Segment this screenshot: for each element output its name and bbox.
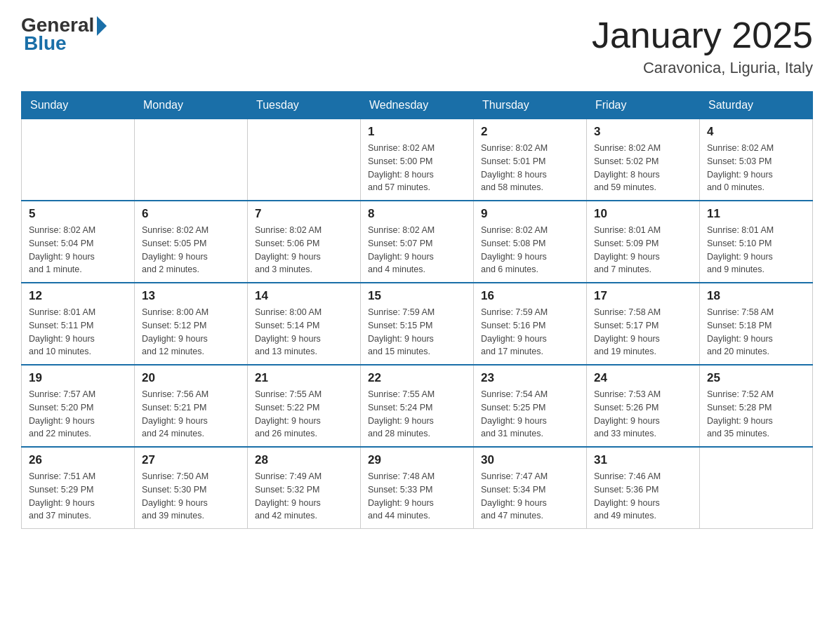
calendar-cell: 3Sunrise: 8:02 AMSunset: 5:02 PMDaylight… — [587, 119, 700, 201]
day-info: Sunrise: 7:59 AMSunset: 5:15 PMDaylight:… — [368, 306, 466, 358]
day-number: 17 — [594, 289, 692, 303]
day-info: Sunrise: 8:01 AMSunset: 5:09 PMDaylight:… — [594, 224, 692, 276]
day-info: Sunrise: 7:49 AMSunset: 5:32 PMDaylight:… — [255, 470, 353, 523]
calendar-week-row: 1Sunrise: 8:02 AMSunset: 5:00 PMDaylight… — [22, 119, 813, 201]
day-info: Sunrise: 8:02 AMSunset: 5:03 PMDaylight:… — [707, 142, 805, 194]
title-block: January 2025 Caravonica, Liguria, Italy — [592, 14, 813, 77]
calendar-cell: 29Sunrise: 7:48 AMSunset: 5:33 PMDayligh… — [361, 447, 474, 529]
day-number: 8 — [368, 207, 466, 221]
day-info: Sunrise: 8:02 AMSunset: 5:04 PMDaylight:… — [29, 224, 127, 276]
logo-arrow-icon — [97, 16, 107, 36]
calendar-cell: 1Sunrise: 8:02 AMSunset: 5:00 PMDaylight… — [361, 119, 474, 201]
calendar-cell: 9Sunrise: 8:02 AMSunset: 5:08 PMDaylight… — [474, 201, 587, 283]
day-number: 27 — [142, 453, 240, 467]
calendar-cell: 11Sunrise: 8:01 AMSunset: 5:10 PMDayligh… — [700, 201, 813, 283]
day-number: 18 — [707, 289, 805, 303]
day-info: Sunrise: 8:00 AMSunset: 5:12 PMDaylight:… — [142, 306, 240, 358]
calendar-cell: 23Sunrise: 7:54 AMSunset: 5:25 PMDayligh… — [474, 365, 587, 447]
day-info: Sunrise: 8:02 AMSunset: 5:05 PMDaylight:… — [142, 224, 240, 276]
day-number: 31 — [594, 453, 692, 467]
calendar-cell: 4Sunrise: 8:02 AMSunset: 5:03 PMDaylight… — [700, 119, 813, 201]
day-number: 9 — [481, 207, 579, 221]
calendar-cell: 6Sunrise: 8:02 AMSunset: 5:05 PMDaylight… — [135, 201, 248, 283]
day-number: 25 — [707, 371, 805, 385]
day-number: 11 — [707, 207, 805, 221]
day-number: 6 — [142, 207, 240, 221]
calendar-cell — [248, 119, 361, 201]
day-number: 22 — [368, 371, 466, 385]
calendar-cell: 13Sunrise: 8:00 AMSunset: 5:12 PMDayligh… — [135, 283, 248, 365]
day-number: 3 — [594, 125, 692, 139]
calendar-title: January 2025 — [592, 14, 813, 56]
calendar-cell: 8Sunrise: 8:02 AMSunset: 5:07 PMDaylight… — [361, 201, 474, 283]
calendar-cell: 12Sunrise: 8:01 AMSunset: 5:11 PMDayligh… — [22, 283, 135, 365]
day-number: 2 — [481, 125, 579, 139]
header-wednesday: Wednesday — [361, 92, 474, 119]
day-number: 5 — [29, 207, 127, 221]
calendar-cell: 19Sunrise: 7:57 AMSunset: 5:20 PMDayligh… — [22, 365, 135, 447]
calendar-cell — [135, 119, 248, 201]
calendar-cell: 22Sunrise: 7:55 AMSunset: 5:24 PMDayligh… — [361, 365, 474, 447]
day-info: Sunrise: 8:02 AMSunset: 5:01 PMDaylight:… — [481, 142, 579, 194]
calendar-cell: 31Sunrise: 7:46 AMSunset: 5:36 PMDayligh… — [587, 447, 700, 529]
calendar-cell: 15Sunrise: 7:59 AMSunset: 5:15 PMDayligh… — [361, 283, 474, 365]
day-info: Sunrise: 7:47 AMSunset: 5:34 PMDaylight:… — [481, 470, 579, 523]
day-number: 24 — [594, 371, 692, 385]
day-info: Sunrise: 7:46 AMSunset: 5:36 PMDaylight:… — [594, 470, 692, 523]
calendar-cell: 10Sunrise: 8:01 AMSunset: 5:09 PMDayligh… — [587, 201, 700, 283]
day-number: 14 — [255, 289, 353, 303]
day-number: 23 — [481, 371, 579, 385]
calendar-cell: 30Sunrise: 7:47 AMSunset: 5:34 PMDayligh… — [474, 447, 587, 529]
day-number: 29 — [368, 453, 466, 467]
day-number: 28 — [255, 453, 353, 467]
day-number: 16 — [481, 289, 579, 303]
calendar-cell: 17Sunrise: 7:58 AMSunset: 5:17 PMDayligh… — [587, 283, 700, 365]
calendar-cell: 7Sunrise: 8:02 AMSunset: 5:06 PMDaylight… — [248, 201, 361, 283]
day-info: Sunrise: 8:02 AMSunset: 5:02 PMDaylight:… — [594, 142, 692, 194]
header-friday: Friday — [587, 92, 700, 119]
calendar-cell: 26Sunrise: 7:51 AMSunset: 5:29 PMDayligh… — [22, 447, 135, 529]
calendar-week-row: 5Sunrise: 8:02 AMSunset: 5:04 PMDaylight… — [22, 201, 813, 283]
day-info: Sunrise: 8:02 AMSunset: 5:00 PMDaylight:… — [368, 142, 466, 194]
day-info: Sunrise: 7:50 AMSunset: 5:30 PMDaylight:… — [142, 470, 240, 523]
calendar-header-row: SundayMondayTuesdayWednesdayThursdayFrid… — [22, 92, 813, 119]
day-number: 21 — [255, 371, 353, 385]
day-number: 12 — [29, 289, 127, 303]
calendar-cell: 2Sunrise: 8:02 AMSunset: 5:01 PMDaylight… — [474, 119, 587, 201]
calendar-week-row: 19Sunrise: 7:57 AMSunset: 5:20 PMDayligh… — [22, 365, 813, 447]
header-sunday: Sunday — [22, 92, 135, 119]
day-info: Sunrise: 7:57 AMSunset: 5:20 PMDaylight:… — [29, 388, 127, 441]
day-number: 4 — [707, 125, 805, 139]
day-info: Sunrise: 8:01 AMSunset: 5:10 PMDaylight:… — [707, 224, 805, 276]
calendar-cell: 28Sunrise: 7:49 AMSunset: 5:32 PMDayligh… — [248, 447, 361, 529]
calendar-cell: 21Sunrise: 7:55 AMSunset: 5:22 PMDayligh… — [248, 365, 361, 447]
day-info: Sunrise: 7:54 AMSunset: 5:25 PMDaylight:… — [481, 388, 579, 441]
logo-blue-text: Blue — [24, 32, 67, 55]
header-tuesday: Tuesday — [248, 92, 361, 119]
calendar-week-row: 26Sunrise: 7:51 AMSunset: 5:29 PMDayligh… — [22, 447, 813, 529]
calendar-subtitle: Caravonica, Liguria, Italy — [592, 59, 813, 77]
header-saturday: Saturday — [700, 92, 813, 119]
calendar-cell: 25Sunrise: 7:52 AMSunset: 5:28 PMDayligh… — [700, 365, 813, 447]
day-info: Sunrise: 8:00 AMSunset: 5:14 PMDaylight:… — [255, 306, 353, 358]
day-info: Sunrise: 8:01 AMSunset: 5:11 PMDaylight:… — [29, 306, 127, 358]
day-info: Sunrise: 7:55 AMSunset: 5:24 PMDaylight:… — [368, 388, 466, 441]
day-number: 20 — [142, 371, 240, 385]
day-number: 19 — [29, 371, 127, 385]
day-info: Sunrise: 8:02 AMSunset: 5:06 PMDaylight:… — [255, 224, 353, 276]
logo: General Blue — [21, 14, 107, 55]
day-number: 1 — [368, 125, 466, 139]
calendar-table: SundayMondayTuesdayWednesdayThursdayFrid… — [21, 91, 813, 529]
calendar-cell: 20Sunrise: 7:56 AMSunset: 5:21 PMDayligh… — [135, 365, 248, 447]
day-info: Sunrise: 7:51 AMSunset: 5:29 PMDaylight:… — [29, 470, 127, 523]
day-info: Sunrise: 7:53 AMSunset: 5:26 PMDaylight:… — [594, 388, 692, 441]
day-number: 15 — [368, 289, 466, 303]
day-info: Sunrise: 8:02 AMSunset: 5:08 PMDaylight:… — [481, 224, 579, 276]
day-info: Sunrise: 7:58 AMSunset: 5:18 PMDaylight:… — [707, 306, 805, 358]
page-header: General Blue January 2025 Caravonica, Li… — [21, 14, 813, 77]
day-info: Sunrise: 7:55 AMSunset: 5:22 PMDaylight:… — [255, 388, 353, 441]
calendar-cell: 27Sunrise: 7:50 AMSunset: 5:30 PMDayligh… — [135, 447, 248, 529]
day-info: Sunrise: 7:48 AMSunset: 5:33 PMDaylight:… — [368, 470, 466, 523]
day-number: 10 — [594, 207, 692, 221]
day-info: Sunrise: 7:52 AMSunset: 5:28 PMDaylight:… — [707, 388, 805, 441]
